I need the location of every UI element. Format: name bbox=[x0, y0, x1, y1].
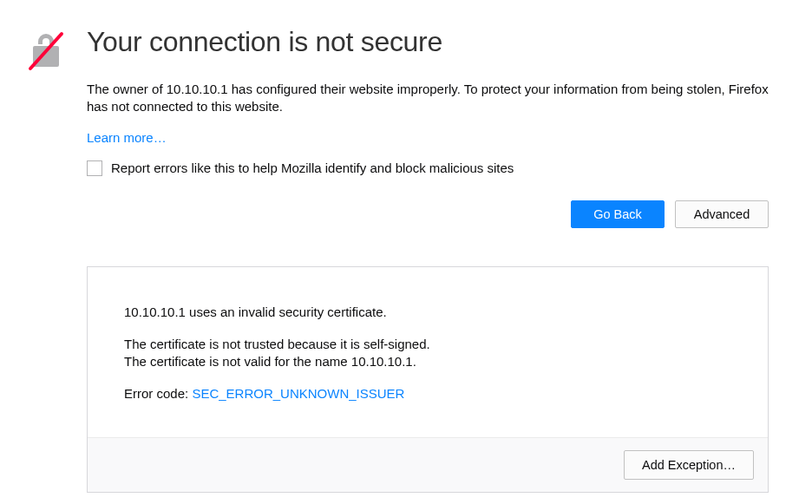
cert-invalid-text: 10.10.10.1 uses an invalid security cert… bbox=[124, 304, 731, 321]
error-code-link[interactable]: SEC_ERROR_UNKNOWN_ISSUER bbox=[192, 386, 404, 401]
report-errors-label: Report errors like this to help Mozilla … bbox=[111, 160, 514, 175]
cert-name-mismatch-text: The certificate is not valid for the nam… bbox=[124, 353, 731, 370]
advanced-button[interactable]: Advanced bbox=[675, 200, 769, 228]
error-description: The owner of 10.10.10.1 has configured t… bbox=[87, 81, 769, 116]
page-title: Your connection is not secure bbox=[87, 26, 769, 58]
cert-selfsigned-text: The certificate is not trusted because i… bbox=[124, 336, 731, 353]
report-errors-checkbox[interactable] bbox=[87, 160, 102, 176]
learn-more-link[interactable]: Learn more… bbox=[87, 130, 167, 145]
go-back-button[interactable]: Go Back bbox=[571, 200, 665, 228]
error-code-line: Error code: SEC_ERROR_UNKNOWN_ISSUER bbox=[124, 385, 731, 403]
error-details-panel: 10.10.10.1 uses an invalid security cert… bbox=[87, 266, 769, 493]
insecure-lock-icon bbox=[24, 61, 68, 75]
add-exception-button[interactable]: Add Exception… bbox=[624, 450, 754, 480]
error-code-label: Error code: bbox=[124, 386, 192, 401]
